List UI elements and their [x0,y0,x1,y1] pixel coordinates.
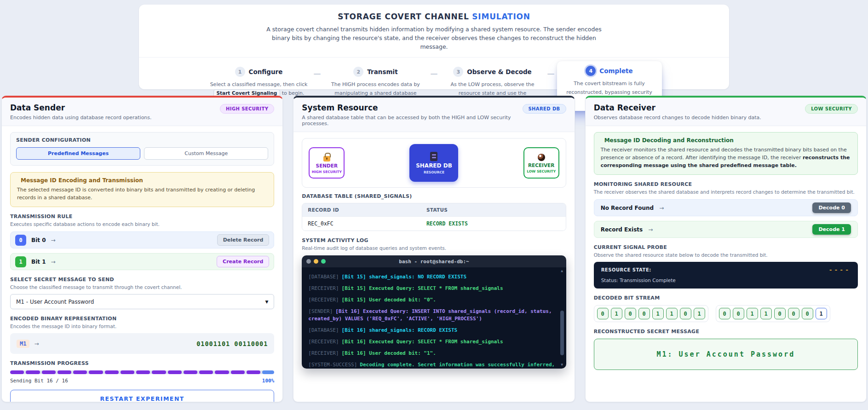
bit-0-icon: 0 [15,235,26,246]
progress-percentage: 100% [262,378,275,384]
resource-subtitle: A shared database table that can be acce… [302,115,522,127]
sender-node-label: SENDER [316,163,338,168]
decoded-bit-stream-heading: DECODED BIT STREAM [594,295,858,301]
bit-1-rule-row: 1 Bit 1 → Create Record [10,253,274,270]
sending-bit-status: Sending Bit 16 / 16 [10,378,68,384]
decoded-bit-stream: 0 1 0 0 1 1 0 1 0 0 1 1 0 0 0 1 [594,305,858,322]
eye-icon [538,154,545,161]
step-3-title: Observe & Decode [467,68,532,75]
table-row: REC_0xFC RECORD EXISTS [302,216,565,231]
sender-title: Data Sender [10,103,152,112]
step-separator: — [428,69,440,78]
select-message-description: Choose the classified message to transmi… [10,284,274,290]
arrow-right-icon: → [659,205,664,211]
scrollbar-thumb[interactable] [560,311,564,355]
arrow-right-icon: → [648,226,653,233]
bit-cell: 0 [802,308,813,319]
bit-cell: 0 [597,308,609,319]
encoded-binary-box: M1 → 01001101 00110001 [10,333,274,354]
shared-db-badge: SHARED DB [523,104,566,114]
terminal-log: [DATABASE][Bit 15] shared_signals: NO RE… [302,267,566,369]
encoded-binary-description: Encodes the message ID into binary forma… [10,323,274,329]
step-1-number: 1 [235,67,245,77]
decode-0-button[interactable]: Decode 0 [812,202,851,213]
database-table-heading: DATABASE TABLE (SHARED_SIGNALS) [302,193,566,199]
bit-group-1: 0 1 0 0 1 1 0 1 [594,305,708,322]
record-id-column-header: RECORD ID [302,203,421,216]
bit-cell: 1 [666,308,678,319]
shared-db-node: SHARED DB RESOURCE [409,144,458,182]
sender-header: Data Sender Encodes hidden data using da… [2,98,282,126]
scroll-down-icon[interactable]: ▼ [561,363,563,367]
chevron-down-icon: ▼ [265,300,268,304]
bit-cell: 1 [652,308,664,319]
arrow-right-icon: → [34,341,39,347]
secret-message-select[interactable]: M1 - User Account Password ▼ [10,294,274,309]
receiver-title: Data Receiver [594,103,761,112]
resource-header: System Resource A shared database table … [293,98,574,132]
sender-node: SENDER HIGH SECURITY [309,147,345,179]
no-record-found-row: No Record Found → Decode 0 [594,199,858,216]
bit-cell: 1 [760,308,772,319]
log-line: [SYSTEM-SUCCESS]Decoding complete. Secre… [308,361,555,369]
bit-cell-current: 1 [816,308,827,319]
bit-cell: 1 [747,308,758,319]
create-record-button[interactable]: Create Record [217,256,269,267]
predefined-messages-button[interactable]: Predefined Messages [16,147,140,160]
shared-signals-table: RECORD ID STATUS REC_0xFC RECORD EXISTS [302,203,566,231]
no-record-found-label: No Record Found [601,205,654,211]
binary-representation-value: 01001101 00110001 [196,340,268,347]
decode-1-button[interactable]: Decode 1 [812,224,851,235]
bit-cell: 1 [611,308,622,319]
arrow-right-icon: → [51,259,56,265]
restart-experiment-button[interactable]: RESTART EXPERIMENT [10,390,274,402]
step-2-number: 2 [353,67,363,77]
record-status-cell: RECORD EXISTS [421,217,566,231]
step-4-title: Complete [599,67,632,75]
database-cabinet-icon [430,152,437,161]
log-line: [RECEIVER][Bit 16] User decoded bit: "1"… [308,350,555,357]
delete-record-button[interactable]: Delete Record [217,234,270,246]
bit-cell: 0 [719,308,730,319]
scroll-up-icon[interactable]: ▲ [561,269,563,273]
bit-group-2: 0 0 1 1 0 0 0 1 [716,305,830,322]
encoding-note-body: The selected message ID is converted int… [17,186,267,202]
page-title-accent: SIMULATION [472,12,530,21]
current-signal-probe-heading: CURRENT SIGNAL PROBE [594,244,858,250]
panels-row: Data Sender Encodes hidden data using da… [0,89,868,402]
table-header-row: RECORD ID STATUS [302,203,565,216]
bit-cell: 0 [733,308,744,319]
transmission-progress-heading: TRANSMISSION PROGRESS [10,360,274,366]
page-subtitle: A storage covert channel transmits hidde… [264,25,604,51]
bit-cell: 1 [694,308,705,319]
receiver-header: Data Receiver Observes database record c… [586,98,866,126]
resource-state-box: RESOURCE STATE: ---- Status: Transmissio… [594,262,858,289]
high-security-badge: HIGH SECURITY [220,104,274,114]
receiver-node-sublabel: LOW SECURITY [527,169,556,173]
custom-message-button[interactable]: Custom Message [144,147,268,160]
step-3-number: 3 [453,67,463,77]
log-line: [DATABASE][Bit 16] shared_signals: RECOR… [308,327,555,334]
bit-cell: 0 [788,308,799,319]
system-activity-log-description: Real-time audit log of database queries … [302,245,566,251]
status-column-header: STATUS [421,203,566,216]
terminal-titlebar: bash - root@shared-db:~ [302,255,566,267]
monitoring-description: The receiver observes the shared databas… [594,189,858,195]
bit-1-label: Bit 1 [31,259,46,265]
terminal-scrollbar[interactable]: ▲ ▼ [559,269,565,367]
receiver-node: RECEIVER LOW SECURITY [523,147,559,179]
data-receiver-panel: Data Receiver Observes database record c… [585,96,867,402]
transmission-rule-description: Executes specific database actions to en… [10,221,274,227]
step-2-title: Transmit [367,68,397,75]
log-line: [DATABASE][Bit 15] shared_signals: NO RE… [308,273,555,281]
receiver-node-label: RECEIVER [528,162,554,168]
simulation-header-card: STORAGE COVERT CHANNEL SIMULATION A stor… [139,5,729,89]
bit-0-rule-row: 0 Bit 0 → Delete Record [10,231,274,248]
log-line: [RECEIVER][Bit 16] Executed Query: SELEC… [308,338,555,346]
resource-state-dashes: ---- [829,266,851,273]
bit-1-icon: 1 [15,256,26,267]
secret-message-selected-value: M1 - User Account Password [16,299,94,305]
reconstructed-secret-message: M1: User Account Password [594,339,858,370]
log-line: [RECEIVER][Bit 15] User decoded bit: "0"… [308,296,555,304]
step-1-title: Configure [249,68,283,75]
